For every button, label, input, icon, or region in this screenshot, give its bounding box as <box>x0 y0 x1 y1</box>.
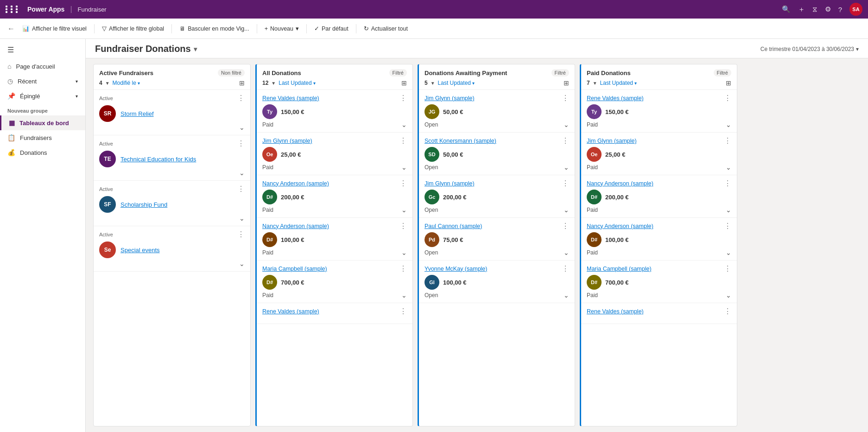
donation-card-5[interactable]: Rene Valdes (sample) ⋮ <box>581 303 737 324</box>
app-grid-icon[interactable] <box>6 6 20 13</box>
card-menu-icon[interactable]: ⋮ <box>399 94 407 102</box>
lane-layout-icon[interactable]: ⊞ <box>564 79 569 87</box>
card-menu-icon[interactable]: ⋮ <box>562 94 569 102</box>
card-expand-icon[interactable]: ⌄ <box>726 206 731 214</box>
fundraiser-card-3[interactable]: Active ⋮ Se Special events ⌄ <box>94 226 250 272</box>
card-expand-icon[interactable]: ⌄ <box>239 169 245 177</box>
fundraiser-card-2[interactable]: Active ⋮ SF Scholarship Fund ⌄ <box>94 181 250 226</box>
card-expand-icon[interactable]: ⌄ <box>726 121 731 128</box>
card-expand-icon[interactable]: ⌄ <box>726 164 731 171</box>
card-menu-icon[interactable]: ⋮ <box>724 222 731 230</box>
card-donor-name[interactable]: Jim Glynn (sample) <box>424 95 475 102</box>
card-donor-name[interactable]: Nancy Anderson (sample) <box>587 223 653 229</box>
card-menu-icon[interactable]: ⋮ <box>724 179 731 188</box>
card-donor-name[interactable]: Nancy Anderson (sample) <box>587 180 653 187</box>
card-donor-name[interactable]: Nancy Anderson (sample) <box>262 223 329 229</box>
card-menu-icon[interactable]: ⋮ <box>562 136 569 145</box>
card-donor-name[interactable]: Jim Glynn (sample) <box>262 138 312 144</box>
donation-card-0[interactable]: Rene Valdes (sample) ⋮ Ty 150,00 € Paid … <box>257 90 412 133</box>
card-donor-name[interactable]: Rene Valdes (sample) <box>587 308 644 315</box>
sort-label[interactable]: Modifié le ▾ <box>113 80 140 86</box>
card-menu-icon[interactable]: ⋮ <box>724 307 731 316</box>
card-donor-name[interactable]: Paul Cannon (sample) <box>424 223 482 229</box>
donation-card-1[interactable]: Scott Konersmann (sample) ⋮ SD 50,00 € O… <box>419 133 575 175</box>
fundraiser-card-1[interactable]: Active ⋮ TE Technical Education for Kids… <box>94 135 250 181</box>
lane-layout-icon[interactable]: ⊞ <box>401 79 407 87</box>
add-icon[interactable]: ＋ <box>798 5 805 14</box>
donation-card-0[interactable]: Jim Glynn (sample) ⋮ JG 50,00 € Open ⌄ <box>419 90 575 133</box>
card-menu-icon[interactable]: ⋮ <box>724 94 731 102</box>
view-mode-button[interactable]: 🖥 Basculer en mode Vig... <box>176 23 253 34</box>
donation-card-2[interactable]: Jim Glynn (sample) ⋮ Gc 200,00 € Open ⌄ <box>419 175 575 218</box>
card-expand-icon[interactable]: ⌄ <box>401 206 407 214</box>
card-expand-icon[interactable]: ⌄ <box>239 215 245 222</box>
card-donor-name[interactable]: Scott Konersmann (sample) <box>424 138 496 144</box>
donation-card-0[interactable]: Rene Valdes (sample) ⋮ Ty 150,00 € Paid … <box>581 90 737 133</box>
card-donor-name[interactable]: Nancy Anderson (sample) <box>262 180 329 187</box>
donation-card-5[interactable]: Rene Valdes (sample) ⋮ <box>257 303 412 324</box>
card-donor-name[interactable]: Jim Glynn (sample) <box>587 138 637 144</box>
back-button[interactable]: ← <box>7 25 15 33</box>
card-expand-icon[interactable]: ⌄ <box>401 164 407 171</box>
help-icon[interactable]: ? <box>838 6 842 13</box>
card-donor-name[interactable]: Maria Campbell (sample) <box>587 266 652 272</box>
card-donor-name[interactable]: Rene Valdes (sample) <box>262 95 319 102</box>
card-expand-icon[interactable]: ⌄ <box>564 206 569 214</box>
card-menu-icon[interactable]: ⋮ <box>237 94 245 102</box>
sidebar-hamburger[interactable]: ☰ <box>0 43 85 57</box>
card-menu-icon[interactable]: ⋮ <box>399 222 407 230</box>
card-expand-icon[interactable]: ⌄ <box>564 164 569 171</box>
card-menu-icon[interactable]: ⋮ <box>562 264 569 273</box>
card-menu-icon[interactable]: ⋮ <box>237 139 245 148</box>
donation-card-4[interactable]: Yvonne McKay (sample) ⋮ Gl 100,00 € Open… <box>419 260 575 303</box>
card-menu-icon[interactable]: ⋮ <box>399 179 407 188</box>
card-expand-icon[interactable]: ⌄ <box>401 121 407 128</box>
card-menu-icon[interactable]: ⋮ <box>562 222 569 230</box>
sidebar-item-pinned[interactable]: 📌 Épinglé ▾ <box>0 89 85 103</box>
card-donor-name[interactable]: Rene Valdes (sample) <box>262 308 319 315</box>
donation-card-1[interactable]: Jim Glynn (sample) ⋮ Oe 25,00 € Paid ⌄ <box>257 133 412 175</box>
page-title-chevron-icon[interactable]: ▾ <box>194 45 197 53</box>
card-donor-name[interactable]: Jim Glynn (sample) <box>424 180 475 187</box>
new-button[interactable]: + Nouveau ▾ <box>261 23 303 34</box>
sort-label[interactable]: Last Updated ▾ <box>279 80 315 86</box>
card-donor-name[interactable]: Rene Valdes (sample) <box>587 95 644 102</box>
card-expand-icon[interactable]: ⌄ <box>401 292 407 299</box>
donation-card-1[interactable]: Jim Glynn (sample) ⋮ Oe 25,00 € Paid ⌄ <box>581 133 737 175</box>
sidebar-item-fundraisers[interactable]: 📋 Fundraisers <box>0 130 85 145</box>
card-expand-icon[interactable]: ⌄ <box>239 260 245 267</box>
sort-label[interactable]: Last Updated ▾ <box>438 80 475 86</box>
card-expand-icon[interactable]: ⌄ <box>564 292 569 299</box>
sidebar-item-home[interactable]: ⌂ Page d'accueil <box>0 59 85 74</box>
refresh-button[interactable]: ↻ Actualiser tout <box>360 23 412 34</box>
card-menu-icon[interactable]: ⋮ <box>724 264 731 273</box>
card-expand-icon[interactable]: ⌄ <box>564 121 569 128</box>
card-donor-name[interactable]: Yvonne McKay (sample) <box>424 266 487 272</box>
search-icon[interactable]: 🔍 <box>782 5 791 13</box>
card-menu-icon[interactable]: ⋮ <box>562 179 569 188</box>
donation-card-4[interactable]: Maria Campbell (sample) ⋮ D# 700,00 € Pa… <box>581 260 737 303</box>
card-menu-icon[interactable]: ⋮ <box>399 136 407 145</box>
card-menu-icon[interactable]: ⋮ <box>724 136 731 145</box>
donation-card-4[interactable]: Maria Campbell (sample) ⋮ D# 700,00 € Pa… <box>257 260 412 303</box>
fundraiser-name[interactable]: Technical Education for Kids <box>120 156 196 163</box>
lane-layout-icon[interactable]: ⊞ <box>239 79 245 87</box>
user-avatar[interactable]: SA <box>849 3 862 16</box>
default-button[interactable]: ✓ Par défaut <box>310 23 352 34</box>
lane-layout-icon[interactable]: ⊞ <box>726 79 731 87</box>
sidebar-item-dashboards[interactable]: ▦ Tableaux de bord <box>0 115 85 130</box>
fundraiser-card-0[interactable]: Active ⋮ SR Storm Relief ⌄ <box>94 90 250 135</box>
card-expand-icon[interactable]: ⌄ <box>726 249 731 256</box>
card-menu-icon[interactable]: ⋮ <box>399 264 407 273</box>
fundraiser-name[interactable]: Scholarship Fund <box>120 201 167 208</box>
fundraiser-name[interactable]: Special events <box>120 247 160 254</box>
sidebar-item-recent[interactable]: ◷ Récent ▾ <box>0 74 85 89</box>
sidebar-item-donations[interactable]: 💰 Donations <box>0 145 85 160</box>
donation-card-3[interactable]: Nancy Anderson (sample) ⋮ D# 100,00 € Pa… <box>581 218 737 260</box>
filter-icon[interactable]: ⧖ <box>812 5 817 13</box>
sort-label[interactable]: Last Updated ▾ <box>600 80 637 86</box>
date-range[interactable]: Ce trimestre 01/04/2023 à 30/06/2023 ▾ <box>760 46 859 52</box>
donation-card-2[interactable]: Nancy Anderson (sample) ⋮ D# 200,00 € Pa… <box>581 175 737 218</box>
card-menu-icon[interactable]: ⋮ <box>237 184 245 193</box>
fundraiser-name[interactable]: Storm Relief <box>120 110 154 117</box>
